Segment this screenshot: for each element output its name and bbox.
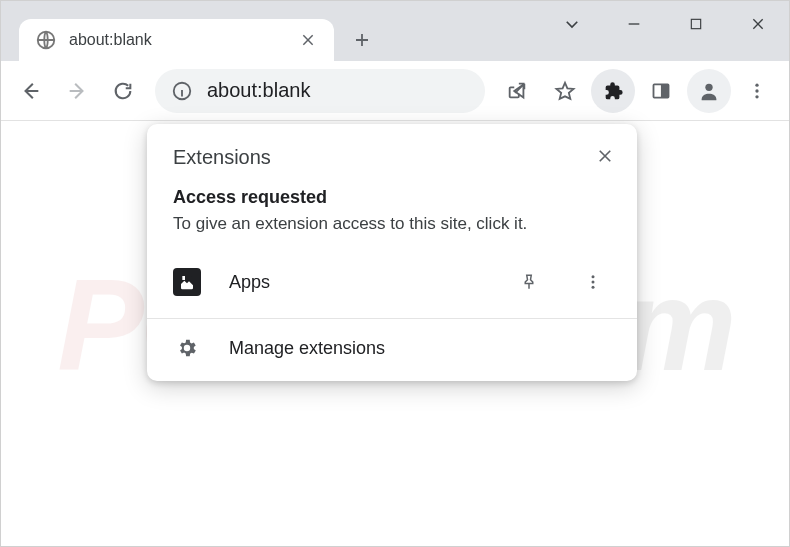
dropdown-icon[interactable] <box>541 1 603 47</box>
more-icon[interactable] <box>575 264 611 300</box>
extension-row[interactable]: Apps <box>147 254 637 318</box>
svg-point-11 <box>592 275 595 278</box>
browser-toolbar: about:blank <box>1 61 789 121</box>
svg-rect-4 <box>662 84 669 97</box>
svg-rect-10 <box>182 276 185 280</box>
manage-extensions-label: Manage extensions <box>229 338 385 359</box>
url-text: about:blank <box>207 79 469 102</box>
minimize-button[interactable] <box>603 1 665 47</box>
window-close-button[interactable] <box>727 1 789 47</box>
window-controls <box>541 1 789 47</box>
popover-title: Extensions <box>173 146 611 169</box>
site-info-icon[interactable] <box>171 80 193 102</box>
manage-extensions-row[interactable]: Manage extensions <box>147 319 637 381</box>
svg-point-8 <box>755 95 758 98</box>
share-button[interactable] <box>495 69 539 113</box>
forward-button <box>55 69 99 113</box>
bookmark-button[interactable] <box>543 69 587 113</box>
svg-point-5 <box>705 83 712 90</box>
page-content: PCrisk.com Extensions Access requested T… <box>1 121 789 547</box>
svg-point-13 <box>592 286 595 289</box>
profile-button[interactable] <box>687 69 731 113</box>
address-bar[interactable]: about:blank <box>155 69 485 113</box>
menu-button[interactable] <box>735 69 779 113</box>
extensions-popover: Extensions Access requested To give an e… <box>147 124 637 381</box>
extension-app-icon <box>173 268 201 296</box>
extensions-button[interactable] <box>591 69 635 113</box>
pin-icon[interactable] <box>511 264 547 300</box>
popover-description: To give an extension access to this site… <box>173 214 611 234</box>
svg-rect-1 <box>691 19 700 28</box>
tab-title: about:blank <box>69 31 296 49</box>
popover-close-button[interactable] <box>587 138 623 174</box>
reload-button[interactable] <box>101 69 145 113</box>
globe-icon <box>35 29 57 51</box>
svg-point-12 <box>592 281 595 284</box>
svg-point-6 <box>755 83 758 86</box>
side-panel-button[interactable] <box>639 69 683 113</box>
back-button[interactable] <box>9 69 53 113</box>
popover-subhead: Access requested <box>173 187 611 208</box>
maximize-button[interactable] <box>665 1 727 47</box>
browser-tab[interactable]: about:blank <box>19 19 334 61</box>
tab-strip: about:blank <box>1 1 789 61</box>
extension-name: Apps <box>229 272 483 293</box>
new-tab-button[interactable] <box>344 22 380 58</box>
svg-point-7 <box>755 89 758 92</box>
gear-icon <box>173 337 201 359</box>
tab-close-icon[interactable] <box>296 28 320 52</box>
